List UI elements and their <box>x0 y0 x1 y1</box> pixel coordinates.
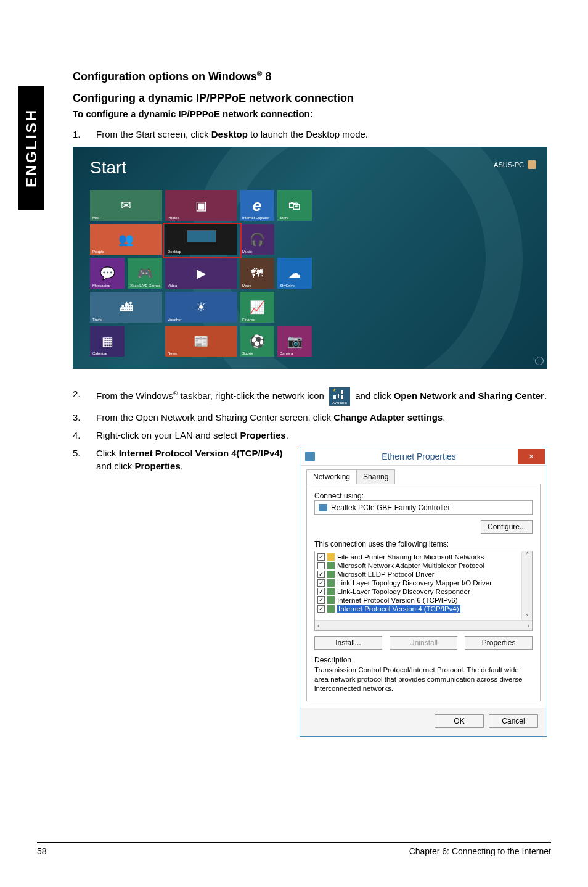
tile-camera[interactable]: 📷Camera <box>277 326 312 357</box>
checkbox[interactable]: ✓ <box>317 553 325 561</box>
step-2-text: From the Windows® taskbar, right-click t… <box>96 387 547 406</box>
heading-config-options: Configuration options on Windows® 8 <box>73 69 547 83</box>
close-button[interactable]: × <box>518 449 545 464</box>
step-1-number: 1. <box>73 128 96 141</box>
adapter-name: Realtek PCIe GBE Family Controller <box>331 503 450 512</box>
tab-sharing[interactable]: Sharing <box>356 469 395 484</box>
cancel-button[interactable]: Cancel <box>489 714 538 728</box>
tile-finance[interactable]: 📈Finance <box>240 292 274 323</box>
subheading-to-configure: To configure a dynamic IP/PPPoE network … <box>73 109 547 119</box>
tile-games[interactable]: 🎮Xbox LIVE Games <box>128 258 162 289</box>
ok-button[interactable]: OK <box>435 714 484 728</box>
step-4: 4. Right-click on your LAN and select Pr… <box>73 429 547 442</box>
connection-item-label: Internet Protocol Version 4 (TCP/IPv4) <box>337 605 460 613</box>
zoom-icon[interactable]: − <box>535 357 544 365</box>
step-2: 2. From the Windows® taskbar, right-clic… <box>73 387 547 406</box>
step-3-text: From the Open Network and Sharing Center… <box>96 411 547 424</box>
adapter-icon <box>319 504 327 511</box>
tile-desktop[interactable]: Desktop <box>165 224 237 255</box>
chapter-label: Chapter 6: Connecting to the Internet <box>409 846 551 856</box>
tile-people[interactable]: 👥People <box>90 224 162 255</box>
checkbox[interactable]: ✓ <box>317 596 325 604</box>
step-3-number: 3. <box>73 411 96 424</box>
connection-item-label: File and Printer Sharing for Microsoft N… <box>337 553 484 561</box>
connection-items-list: ✓File and Printer Sharing for Microsoft … <box>314 551 533 631</box>
protocol-icon <box>327 571 335 578</box>
uninstall-button: Uninstall <box>390 636 457 650</box>
protocol-icon <box>327 588 335 595</box>
checkbox[interactable]: ✓ <box>317 588 325 595</box>
start-screen-title: Start <box>90 158 126 178</box>
tile-internet-explorer[interactable]: eInternet Explorer <box>240 190 274 221</box>
connection-item-label: Microsoft LLDP Protocol Driver <box>337 571 435 578</box>
description-text: Transmission Control Protocol/Internet P… <box>314 666 533 693</box>
scrollbar-horizontal[interactable]: ‹› <box>315 620 532 630</box>
step-5: 5. Click Internet Protocol Version 4(TCP… <box>73 447 292 472</box>
dialog-titlebar: Ethernet Properties × <box>300 447 547 466</box>
protocol-icon <box>327 553 335 561</box>
page-number: 58 <box>37 846 47 856</box>
tab-networking[interactable]: Networking <box>306 469 357 484</box>
heading-config-options-post: 8 <box>262 70 271 83</box>
dialog-footer: OK Cancel <box>300 708 547 736</box>
connection-item[interactable]: ✓Internet Protocol Version 4 (TCP/IPv4) <box>315 604 532 613</box>
step-1: 1. From the Start screen, click Desktop … <box>73 128 547 141</box>
step-2-number: 2. <box>73 387 96 406</box>
tile-weather[interactable]: ☀Weather <box>165 292 237 323</box>
tile-mail[interactable]: ✉Mail <box>90 190 162 221</box>
tile-photos[interactable]: ▣Photos <box>165 190 237 221</box>
language-tab-label: ENGLISH <box>23 109 40 188</box>
tile-video[interactable]: ▶Video <box>165 258 237 289</box>
checkbox[interactable] <box>317 562 325 569</box>
dialog-title: Ethernet Properties <box>320 452 518 461</box>
heading-config-options-pre: Configuration options on Windows <box>73 70 257 83</box>
step-5-text: Click Internet Protocol Version 4(TCP/IP… <box>96 447 292 472</box>
tile-skydrive[interactable]: ☁SkyDrive <box>277 258 312 289</box>
connection-item[interactable]: ✓Microsoft LLDP Protocol Driver <box>315 570 532 579</box>
tile-maps[interactable]: 🗺Maps <box>240 258 274 289</box>
tile-calendar[interactable]: ▦Calendar <box>90 326 125 357</box>
network-taskbar-icon[interactable]: Available <box>329 387 350 406</box>
configure-button[interactable]: Configure... <box>481 520 533 534</box>
description-label: Description <box>314 656 533 664</box>
tile-travel[interactable]: 🏙Travel <box>90 292 162 323</box>
start-tiles: ✉Mail ▣Photos eInternet Explorer 🛍Store … <box>90 190 312 357</box>
step-3: 3. From the Open Network and Sharing Cen… <box>73 411 547 424</box>
connection-item[interactable]: Microsoft Network Adapter Multiplexor Pr… <box>315 561 532 570</box>
connection-item-label: Internet Protocol Version 6 (TCP/IPv6) <box>337 596 458 604</box>
connection-item-label: Link-Layer Topology Discovery Mapper I/O… <box>337 579 492 587</box>
step-4-text: Right-click on your LAN and select Prope… <box>96 429 547 442</box>
protocol-icon <box>327 562 335 569</box>
avatar-icon <box>528 160 536 169</box>
adapter-field[interactable]: Realtek PCIe GBE Family Controller <box>314 500 533 515</box>
tile-store[interactable]: 🛍Store <box>277 190 312 221</box>
tile-news[interactable]: 📰News <box>165 326 237 357</box>
properties-button[interactable]: Properties <box>465 636 533 650</box>
connect-using-label: Connect using: <box>314 492 533 500</box>
start-screen-user[interactable]: ASUS-PC <box>494 160 536 169</box>
tile-messaging[interactable]: 💬Messaging <box>90 258 125 289</box>
connection-item[interactable]: ✓Internet Protocol Version 6 (TCP/IPv6) <box>315 596 532 604</box>
connection-item[interactable]: ✓Link-Layer Topology Discovery Mapper I/… <box>315 579 532 587</box>
start-screen-screenshot: Start ASUS-PC ✉Mail ▣Photos eInternet Ex… <box>73 147 547 369</box>
checkbox[interactable]: ✓ <box>317 571 325 578</box>
checkbox[interactable]: ✓ <box>317 579 325 587</box>
protocol-icon <box>327 605 335 613</box>
protocol-icon <box>327 579 335 587</box>
step-5-row: 5. Click Internet Protocol Version 4(TCP… <box>73 447 547 737</box>
step-4-number: 4. <box>73 429 96 442</box>
scrollbar-vertical[interactable]: ˄˅ <box>521 551 532 620</box>
page-content: Configuration options on Windows® 8 Conf… <box>73 69 547 737</box>
connection-item-label: Microsoft Network Adapter Multiplexor Pr… <box>337 562 484 569</box>
connection-item-label: Link-Layer Topology Discovery Responder <box>337 588 470 595</box>
connection-item[interactable]: ✓Link-Layer Topology Discovery Responder <box>315 587 532 596</box>
tile-music[interactable]: 🎧Music <box>240 224 274 255</box>
language-tab: ENGLISH <box>18 86 44 210</box>
ethernet-properties-dialog: Ethernet Properties × Networking Sharing… <box>300 447 547 737</box>
tile-sports[interactable]: ⚽Sports <box>240 326 274 357</box>
dialog-panel: Connect using: Realtek PCIe GBE Family C… <box>306 484 541 701</box>
uses-following-label: This connection uses the following items… <box>314 540 533 548</box>
install-button[interactable]: Install... <box>314 636 382 650</box>
connection-item[interactable]: ✓File and Printer Sharing for Microsoft … <box>315 553 532 561</box>
checkbox[interactable]: ✓ <box>317 605 325 613</box>
